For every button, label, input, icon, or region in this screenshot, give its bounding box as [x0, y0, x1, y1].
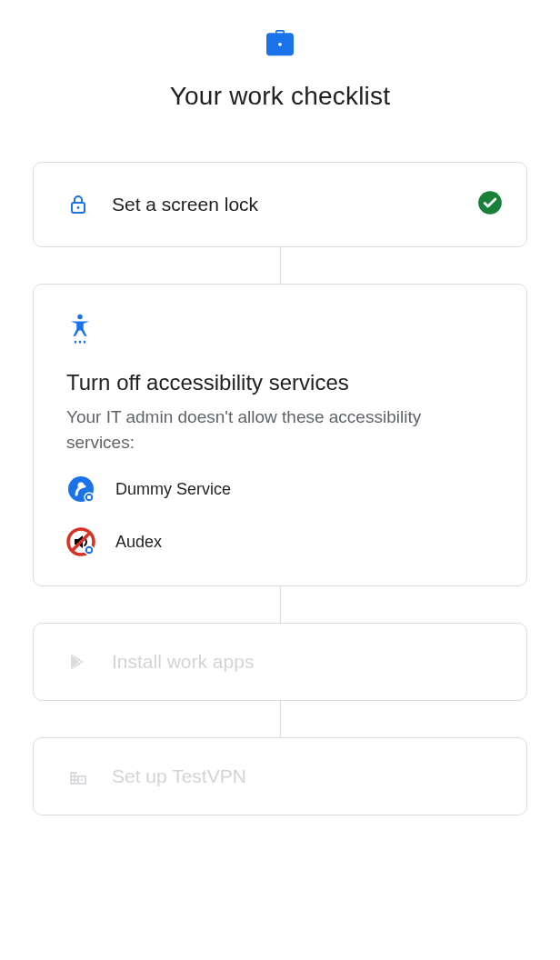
- checklist-item-screen-lock[interactable]: Set a screen lock: [33, 162, 527, 247]
- svg-point-2: [77, 206, 80, 209]
- checkmark-icon: [477, 190, 503, 219]
- checklist: Set a screen lock: [33, 162, 527, 815]
- svg-point-4: [77, 315, 83, 320]
- connector: [280, 701, 281, 737]
- checklist-item-label: Set up TestVPN: [112, 765, 503, 787]
- checklist-item-description: Your IT admin doesn't allow these access…: [66, 405, 494, 455]
- list-item: Audex: [66, 527, 494, 556]
- briefcase-icon: [262, 25, 298, 65]
- checklist-item-setup-vpn: Set up TestVPN: [33, 737, 527, 815]
- audex-icon: [66, 527, 95, 556]
- checklist-item-label: Set a screen lock: [112, 194, 477, 215]
- play-store-icon: [66, 651, 90, 673]
- page-title: Your work checklist: [170, 82, 390, 111]
- svg-rect-18: [87, 548, 91, 552]
- connector: [280, 586, 281, 623]
- dummy-service-icon: [66, 475, 95, 504]
- service-name: Audex: [115, 533, 162, 552]
- svg-point-10: [84, 341, 86, 344]
- service-name: Dummy Service: [115, 480, 231, 499]
- accessibility-icon: [66, 332, 94, 347]
- svg-rect-14: [87, 495, 91, 499]
- svg-point-0: [278, 43, 282, 46]
- checklist-item-accessibility[interactable]: Turn off accessibility services Your IT …: [33, 284, 527, 586]
- lock-icon: [66, 194, 90, 215]
- checklist-item-title: Turn off accessibility services: [66, 370, 494, 395]
- svg-point-9: [79, 341, 82, 344]
- blocked-services-list: Dummy Service Audex: [66, 475, 494, 556]
- list-item: Dummy Service: [66, 475, 494, 504]
- checklist-item-label: Install work apps: [112, 651, 503, 673]
- svg-point-8: [75, 341, 77, 344]
- checklist-item-install-apps: Install work apps: [33, 623, 527, 701]
- connector: [280, 247, 281, 284]
- domain-icon: [66, 765, 90, 787]
- svg-point-12: [78, 483, 85, 489]
